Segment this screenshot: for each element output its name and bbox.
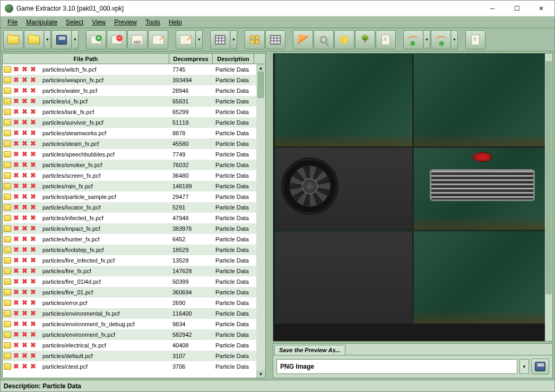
table-row[interactable]: ✖✖✖particles/weapon_fx.pcf393494Particle… bbox=[3, 75, 265, 85]
folder-icon bbox=[4, 183, 11, 189]
thumbnail-view-button[interactable] bbox=[245, 30, 265, 49]
x-icon: ✖ bbox=[12, 300, 20, 306]
table-row[interactable]: ✖✖✖particles/survivor_fx.pcf51118Particl… bbox=[3, 117, 265, 128]
table-row[interactable]: ✖✖✖particles/electrical_fx.pcf40408Parti… bbox=[3, 340, 265, 351]
preview-scrollbar[interactable] bbox=[545, 54, 552, 341]
cell-path: particles/survivor_fx.pcf bbox=[41, 119, 169, 126]
table-row[interactable]: ✖✖✖particles/screen_fx.pcf36480Particle … bbox=[3, 170, 265, 181]
maximize-button[interactable]: ☐ bbox=[505, 1, 529, 16]
table-row[interactable]: ✖✖✖particles/impact_fx.pcf383976Particle… bbox=[3, 223, 265, 234]
remove-file-button[interactable] bbox=[107, 30, 127, 49]
cell-path: particles/smoker_fx.pcf bbox=[41, 162, 169, 168]
cell-decompress: 28946 bbox=[169, 88, 213, 94]
table-row[interactable]: ✖✖✖particles/rain_fx.pcf148189Particle D… bbox=[3, 181, 265, 191]
list-view-button[interactable] bbox=[265, 30, 285, 49]
menu-help[interactable]: Help bbox=[164, 18, 186, 27]
extract-file-button[interactable] bbox=[148, 30, 168, 49]
table-row[interactable]: ✖✖✖particles/ui_fx.pcf65831Particle Data bbox=[3, 96, 265, 107]
save-preview-tab[interactable]: Save the Preview As... bbox=[274, 345, 345, 355]
x-icon: ✖ bbox=[29, 141, 37, 147]
menu-file[interactable]: File bbox=[3, 18, 22, 27]
table-view-button-dropdown[interactable]: ▼ bbox=[231, 30, 237, 49]
x-icon: ✖ bbox=[12, 289, 20, 295]
menu-tools[interactable]: Tools bbox=[141, 18, 164, 27]
table-view-button[interactable] bbox=[210, 30, 230, 49]
save-preview-button[interactable] bbox=[531, 359, 549, 374]
column-header-description[interactable]: Description bbox=[213, 54, 254, 64]
pane-splitter[interactable] bbox=[267, 53, 271, 378]
content-area: File Path Decompress Description ✖✖✖part… bbox=[1, 51, 554, 380]
titlebar[interactable]: Game Extractor 3.10 [pak01_000.vpk] ─ ☐ … bbox=[1, 1, 554, 16]
preview-image-area[interactable] bbox=[273, 53, 553, 342]
convert-button[interactable] bbox=[176, 30, 196, 49]
table-row[interactable]: ✖✖✖particles/error.pcf2690Particle Data bbox=[3, 298, 265, 308]
open-archive-button-dropdown[interactable]: ▼ bbox=[45, 30, 51, 49]
redo-button[interactable] bbox=[403, 30, 423, 49]
redo-button-dropdown[interactable]: ▼ bbox=[424, 30, 430, 49]
table-row[interactable]: ✖✖✖particles/fire_infected_fx.pcf13528Pa… bbox=[3, 255, 265, 266]
scroll-thumb[interactable] bbox=[257, 72, 264, 98]
open-archive-button[interactable] bbox=[24, 30, 44, 49]
table-body: ✖✖✖particles/witch_fx.pcf7745Particle Da… bbox=[3, 64, 265, 378]
rename-file-button[interactable]: ABC bbox=[127, 30, 148, 49]
save-archive-button[interactable] bbox=[51, 30, 72, 49]
table-row[interactable]: ✖✖✖particles/fire_01l4d.pcf50399Particle… bbox=[3, 276, 265, 287]
table-row[interactable]: ✖✖✖particles/water_fx.pcf28946Particle D… bbox=[3, 85, 265, 96]
table-row[interactable]: ✖✖✖particles/hunter_fx.pcf6452Particle D… bbox=[3, 234, 265, 245]
scroll-up-button[interactable]: ▲ bbox=[256, 64, 265, 72]
new-archive-button[interactable] bbox=[3, 30, 23, 49]
cell-decompress: 65299 bbox=[169, 109, 213, 115]
texture-tile-grille bbox=[413, 147, 552, 230]
column-header-decompress[interactable]: Decompress bbox=[169, 54, 213, 64]
folder-icon bbox=[4, 130, 11, 136]
table-row[interactable]: ✖✖✖particles/speechbubbles.pcf7749Partic… bbox=[3, 149, 265, 160]
table-row[interactable]: ✖✖✖particles/fire_fx.pcf147628Particle D… bbox=[3, 266, 265, 276]
table-row[interactable]: ✖✖✖particles/particle_sample.pcf29477Par… bbox=[3, 191, 265, 202]
table-row[interactable]: ✖✖✖particles/locator_fx.pcf5291Particle … bbox=[3, 202, 265, 213]
menu-preview[interactable]: Preview bbox=[110, 18, 141, 27]
convert-button-dropdown[interactable]: ▼ bbox=[196, 30, 203, 49]
table-row[interactable]: ✖✖✖particles/steamworks.pcf8878Particle … bbox=[3, 128, 265, 138]
menu-view[interactable]: View bbox=[88, 18, 110, 27]
script-button[interactable] bbox=[465, 30, 485, 49]
table-row[interactable]: ✖✖✖particles/infected_fx.pcf47948Particl… bbox=[3, 213, 265, 223]
texture-tile bbox=[413, 231, 552, 324]
edit-button[interactable] bbox=[293, 30, 313, 49]
table-row[interactable]: ✖✖✖particles/environment_fx.pcf582942Par… bbox=[3, 329, 265, 340]
table-row[interactable]: ✖✖✖particles/tank_fx.pcf65299Particle Da… bbox=[3, 107, 265, 117]
column-header-path[interactable]: File Path bbox=[3, 54, 169, 64]
save-format-select[interactable]: PNG Image bbox=[276, 359, 517, 374]
minimize-button[interactable]: ─ bbox=[480, 1, 505, 16]
table-row[interactable]: ✖✖✖particles/default.pcf3107Particle Dat… bbox=[3, 351, 265, 361]
table-row[interactable]: ✖✖✖particles/witch_fx.pcf7745Particle Da… bbox=[3, 64, 265, 75]
save-format-dropdown[interactable]: ▼ bbox=[519, 359, 529, 374]
menu-manipulate[interactable]: Manipulate bbox=[22, 18, 62, 27]
table-row[interactable]: ✖✖✖particles/steam_fx.pcf45580Particle D… bbox=[3, 138, 265, 149]
table-row[interactable]: ✖✖✖particles/smoker_fx.pcf76032Particle … bbox=[3, 160, 265, 170]
info-button[interactable] bbox=[376, 30, 396, 49]
table-scrollbar[interactable]: ▲ ▼ bbox=[256, 64, 265, 378]
settings-button[interactable] bbox=[334, 30, 354, 49]
table-row[interactable]: ✖✖✖particles/fire_01.pcf360694Particle D… bbox=[3, 287, 265, 298]
table-row[interactable]: ✖✖✖particles/environment_fx_debug.pcf983… bbox=[3, 319, 265, 329]
undo-button[interactable] bbox=[431, 30, 451, 49]
add-file-button[interactable] bbox=[86, 30, 106, 49]
undo-button-dropdown[interactable]: ▼ bbox=[452, 30, 458, 49]
scroll-down-button[interactable]: ▼ bbox=[256, 370, 265, 378]
cell-path: particles/fire_infected_fx.pcf bbox=[41, 257, 169, 264]
search-button[interactable] bbox=[314, 30, 334, 49]
table-row[interactable]: ✖✖✖particles/ctest.pcf3706Particle Data bbox=[3, 361, 265, 372]
close-button[interactable]: ✕ bbox=[529, 1, 553, 16]
cell-decompress: 3107 bbox=[169, 353, 213, 359]
cell-decompress: 65831 bbox=[169, 98, 213, 104]
tree-button[interactable] bbox=[355, 30, 375, 49]
table-row[interactable]: ✖✖✖particles/footstep_fx.pcf18529Particl… bbox=[3, 245, 265, 255]
table-row[interactable]: ✖✖✖particles/environmental_fx.pcf116400P… bbox=[3, 308, 265, 319]
x-icon: ✖ bbox=[29, 332, 37, 338]
cell-decompress: 360694 bbox=[169, 289, 213, 295]
cell-decompress: 76032 bbox=[169, 162, 213, 168]
save-archive-button-dropdown[interactable]: ▼ bbox=[72, 30, 79, 49]
folder-icon bbox=[4, 109, 11, 115]
x-icon: ✖ bbox=[12, 225, 20, 232]
menu-select[interactable]: Select bbox=[62, 18, 88, 27]
